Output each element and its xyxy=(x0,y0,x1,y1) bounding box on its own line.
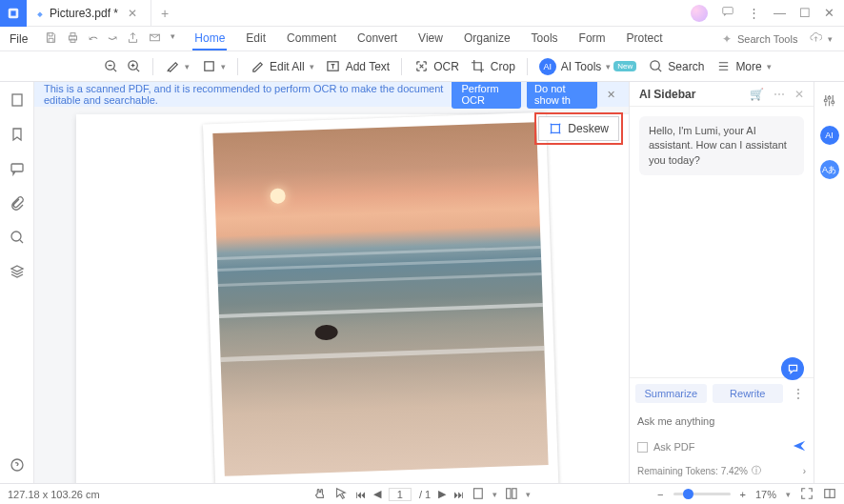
menu-form[interactable]: Form xyxy=(577,28,608,50)
hand-tool-icon[interactable] xyxy=(313,487,327,502)
chat-float-button[interactable] xyxy=(781,357,804,380)
share-icon[interactable] xyxy=(127,31,139,47)
titlebar: ⬥ Picture3.pdf * ✕ + ⋮ — ☐ ✕ xyxy=(0,0,844,27)
svg-point-19 xyxy=(832,101,834,104)
redo-icon[interactable]: ⤻ xyxy=(108,31,117,47)
svg-rect-4 xyxy=(70,32,75,35)
fullscreen-icon[interactable] xyxy=(800,487,814,502)
app-logo xyxy=(0,0,27,27)
photo-frame xyxy=(203,112,559,483)
cart-icon[interactable]: 🛒 xyxy=(750,88,764,101)
help-icon[interactable] xyxy=(9,456,26,474)
menu-home[interactable]: Home xyxy=(192,28,227,50)
zoom-out-button[interactable] xyxy=(103,59,118,74)
more-button[interactable]: More▾ xyxy=(715,59,771,74)
select-tool-icon[interactable] xyxy=(334,487,348,502)
edit-all-button[interactable]: Edit All▾ xyxy=(250,59,314,74)
maximize-button[interactable]: ☐ xyxy=(799,6,811,20)
remaining-tokens: Remaining Tokens: 7.42% ⓘ › xyxy=(630,460,814,483)
perform-ocr-button[interactable]: Perform OCR xyxy=(452,82,521,109)
close-panel-icon[interactable]: ✕ xyxy=(794,88,804,101)
cloud-more-icon[interactable]: ▾ xyxy=(828,34,833,44)
page-dimensions: 127.18 x 103.26 cm xyxy=(8,489,100,500)
close-banner-icon[interactable]: ✕ xyxy=(603,89,619,101)
layers-icon[interactable] xyxy=(9,263,26,280)
rewrite-button[interactable]: Rewrite xyxy=(713,384,784,403)
user-avatar[interactable] xyxy=(691,5,708,22)
send-icon[interactable] xyxy=(793,439,806,454)
deskew-button[interactable]: Deskew xyxy=(538,116,619,141)
menu-protect[interactable]: Protect xyxy=(625,28,665,50)
menu-convert[interactable]: Convert xyxy=(355,28,399,50)
pdf-page xyxy=(76,114,629,483)
bookmarks-icon[interactable] xyxy=(9,126,26,143)
tab-title: Picture3.pdf * xyxy=(50,7,118,20)
prev-start-icon[interactable]: ⏮ xyxy=(355,489,366,500)
adjustments-icon[interactable] xyxy=(822,93,836,111)
do-not-show-button[interactable]: Do not show th xyxy=(527,82,597,109)
zoom-in-status-icon[interactable]: + xyxy=(740,489,746,500)
svg-point-11 xyxy=(651,61,659,70)
search-tools-input[interactable] xyxy=(737,33,804,45)
add-text-button[interactable]: Add Text xyxy=(326,59,390,74)
info-icon[interactable]: ⓘ xyxy=(752,464,761,477)
undo-icon[interactable]: ⤺ xyxy=(89,31,98,47)
ai-badge-icon: AI xyxy=(539,58,556,75)
attachments-icon[interactable] xyxy=(9,194,26,212)
next-end-icon[interactable]: ⏭ xyxy=(453,489,464,500)
shape-button[interactable]: ▾ xyxy=(201,59,226,74)
page-number-input[interactable]: 1 xyxy=(389,488,412,501)
svg-rect-21 xyxy=(507,488,511,498)
page-layout-icon[interactable] xyxy=(472,487,485,502)
view-mode-icon[interactable] xyxy=(505,487,518,502)
menu-comment[interactable]: Comment xyxy=(285,28,338,50)
ai-input-field[interactable] xyxy=(637,415,806,427)
search-panel-icon[interactable] xyxy=(9,229,26,246)
print-icon[interactable] xyxy=(67,31,79,47)
menu-organize[interactable]: Organize xyxy=(462,28,512,50)
options-icon[interactable]: ⋯ xyxy=(774,88,785,101)
ask-pdf-checkbox[interactable] xyxy=(637,442,648,453)
email-icon[interactable] xyxy=(149,31,161,47)
deskew-icon xyxy=(549,122,562,135)
zoom-slider[interactable] xyxy=(673,493,731,495)
svg-point-14 xyxy=(11,232,21,241)
prev-page-icon[interactable]: ◀ xyxy=(373,488,381,500)
reading-mode-icon[interactable] xyxy=(823,487,836,502)
summarize-button[interactable]: Summarize xyxy=(635,384,707,403)
zoom-out-status-icon[interactable]: − xyxy=(657,489,663,500)
translate-chip-icon[interactable]: Aあ xyxy=(820,160,839,179)
close-tab-icon[interactable]: ✕ xyxy=(124,7,141,20)
add-tab-button[interactable]: + xyxy=(151,6,178,21)
close-window-button[interactable]: ✕ xyxy=(824,6,834,20)
svg-rect-12 xyxy=(12,94,22,106)
minimize-button[interactable]: — xyxy=(774,6,786,20)
menu-edit[interactable]: Edit xyxy=(244,28,268,50)
thumbnails-icon[interactable] xyxy=(9,91,26,109)
search-button[interactable]: Search xyxy=(648,59,704,74)
left-side-rail xyxy=(0,82,34,483)
qat-more-icon[interactable]: ▾ xyxy=(171,31,175,47)
kebab-icon[interactable]: ⋮ xyxy=(748,6,760,20)
next-page-icon[interactable]: ▶ xyxy=(438,488,446,500)
highlighter-button[interactable]: ▾ xyxy=(165,59,190,74)
ai-tools-button[interactable]: AIAI Tools▾New xyxy=(539,58,636,75)
ai-more-icon[interactable]: ⋮ xyxy=(789,387,808,400)
menu-tools[interactable]: Tools xyxy=(530,28,560,50)
menu-view[interactable]: View xyxy=(416,28,445,50)
upload-cloud-icon[interactable] xyxy=(810,31,822,47)
crop-button[interactable]: Crop xyxy=(471,59,515,74)
svg-rect-2 xyxy=(723,8,733,14)
search-tools[interactable]: ✦ ▾ xyxy=(722,31,844,47)
file-menu[interactable]: File xyxy=(0,32,37,46)
zoom-in-button[interactable] xyxy=(126,59,141,74)
ai-chip-icon[interactable]: AI xyxy=(820,126,839,145)
document-tab[interactable]: ⬥ Picture3.pdf * ✕ xyxy=(27,0,151,26)
ocr-button[interactable]: OCR xyxy=(413,59,459,74)
chat-icon[interactable] xyxy=(721,5,734,21)
expand-right-icon[interactable]: › xyxy=(803,466,806,476)
document-viewport[interactable]: This is a scanned PDF, and it is recomme… xyxy=(34,82,629,483)
save-icon[interactable] xyxy=(45,31,57,47)
new-badge: New xyxy=(613,61,636,71)
comments-icon[interactable] xyxy=(9,160,26,177)
